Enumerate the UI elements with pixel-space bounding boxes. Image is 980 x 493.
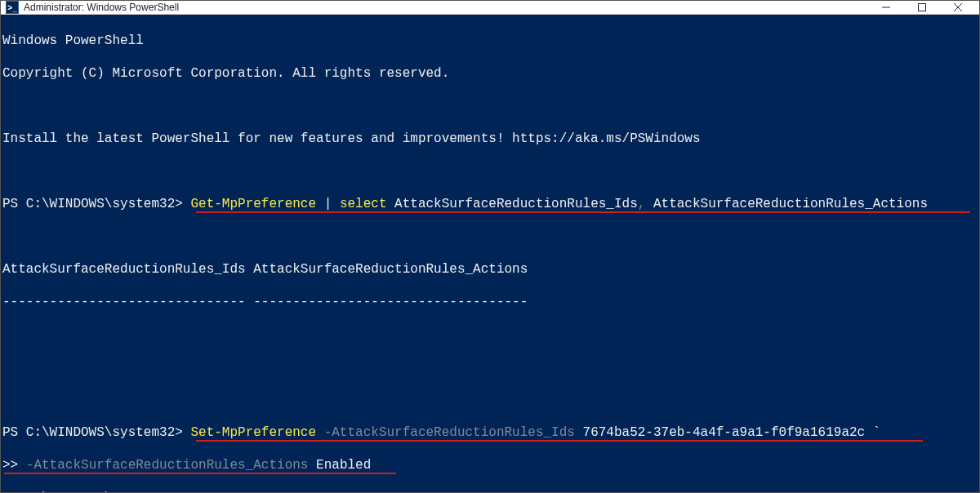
prompt: PS C:\WINDOWS\system32> xyxy=(2,197,190,211)
close-icon xyxy=(954,3,962,11)
underline-annotation xyxy=(196,211,970,213)
minimize-button[interactable] xyxy=(868,1,904,14)
comma: , xyxy=(638,197,646,211)
prompt: PS C:\WINDOWS\system32> xyxy=(2,425,190,440)
pipe: | xyxy=(316,197,340,211)
output-header: AttackSurfaceReductionRules_Ids AttackSu… xyxy=(2,262,528,277)
banner-line: Install the latest PowerShell for new fe… xyxy=(2,131,701,146)
minimize-icon xyxy=(882,3,890,11)
close-button[interactable] xyxy=(940,1,976,14)
select-keyword: select xyxy=(340,197,387,211)
backtick: ` xyxy=(873,425,881,440)
banner-line: Windows PowerShell xyxy=(2,33,144,48)
window-title: Administrator: Windows PowerShell xyxy=(24,2,179,13)
maximize-icon xyxy=(918,3,926,11)
arg: AttackSurfaceReductionRules_Ids xyxy=(386,197,637,211)
titlebar[interactable]: >_ Administrator: Windows PowerShell xyxy=(1,1,979,15)
banner-line: Copyright (C) Microsoft Corporation. All… xyxy=(2,66,449,81)
parameter: -AttackSurfaceReductionRules_Ids xyxy=(316,425,575,440)
cont-prompt: >> xyxy=(2,458,26,473)
parameter: -AttackSurfaceReductionRules_Actions xyxy=(26,458,309,473)
command-line: PS C:\WINDOWS\system32> Get-MpPreference… xyxy=(2,196,978,212)
arg: AttackSurfaceReductionRules_Actions xyxy=(645,197,928,211)
value: Enabled xyxy=(308,458,371,473)
output-separator: ------------------------------- --------… xyxy=(2,295,528,309)
continuation-line: >> -AttackSurfaceReductionRules_Actions … xyxy=(2,457,978,473)
value: 7674ba52-37eb-4a4f-a9a1-f0f9a1619a2c xyxy=(575,425,873,440)
powershell-icon: >_ xyxy=(6,1,19,14)
cmdlet: Get-MpPreference xyxy=(190,197,316,211)
svg-rect-1 xyxy=(919,4,926,11)
window-controls xyxy=(868,1,976,14)
maximize-button[interactable] xyxy=(904,1,940,14)
powershell-window: >_ Administrator: Windows PowerShell Win… xyxy=(0,0,980,493)
terminal-output[interactable]: Windows PowerShell Copyright (C) Microso… xyxy=(1,15,979,492)
underline-annotation xyxy=(196,440,923,442)
prompt: PS C:\WINDOWS\system32> xyxy=(2,491,190,492)
command-line: PS C:\WINDOWS\system32> Set-MpPreference… xyxy=(2,424,978,441)
underline-annotation xyxy=(4,473,396,474)
cmdlet: Set-MpPreference xyxy=(190,425,316,440)
